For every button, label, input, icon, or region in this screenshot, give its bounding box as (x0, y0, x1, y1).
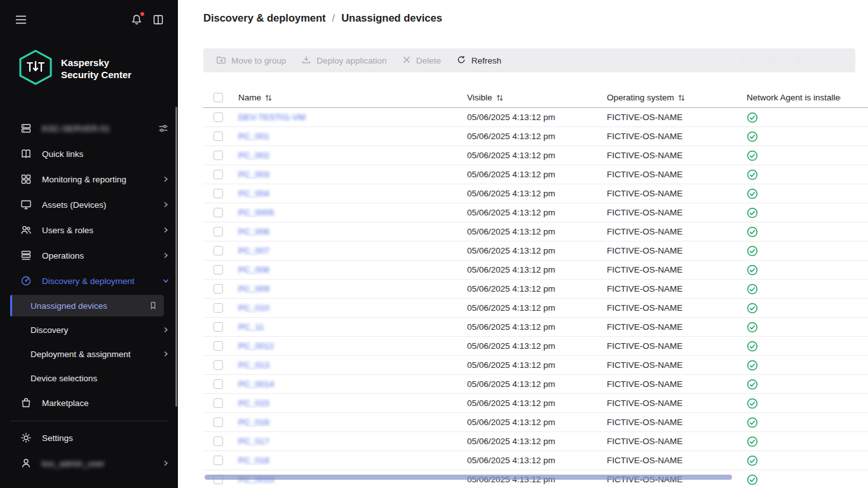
sort-icon[interactable] (678, 94, 685, 102)
table-row[interactable]: PC_0005 05/06/2025 4:13:12 pm FICTIVE-OS… (203, 203, 868, 222)
device-name-link[interactable]: PC_007 (238, 246, 269, 255)
delete-button[interactable]: Delete (395, 48, 449, 72)
sort-icon[interactable] (265, 94, 272, 102)
brand: Kaspersky Security Center (19, 50, 178, 88)
table-row[interactable]: PC_018 05/06/2025 4:13:12 pm FICTIVE-OS-… (203, 451, 868, 470)
device-name-link[interactable]: PC_009 (238, 284, 269, 294)
sidebar-subitem-device-selections[interactable]: Device selections (0, 366, 178, 390)
table-row[interactable]: PC_0014 05/06/2025 4:13:12 pm FICTIVE-OS… (203, 375, 868, 394)
device-name-link[interactable]: PC_0012 (238, 341, 274, 351)
filter-funnel-icon[interactable] (792, 55, 803, 66)
sidebar-item-marketplace[interactable]: Marketplace (0, 390, 178, 416)
device-name-link[interactable]: PC_013 (238, 360, 269, 370)
table-row[interactable]: PC_0012 05/06/2025 4:13:12 pm FICTIVE-OS… (203, 337, 868, 356)
row-checkbox[interactable] (214, 265, 223, 274)
sidebar-item-quick-links[interactable]: Quick links (0, 141, 178, 166)
device-name-link[interactable]: PC_002 (238, 151, 269, 160)
column-header-network-agent[interactable]: Network Agent is installed (737, 93, 868, 102)
table-row[interactable]: PC_015 05/06/2025 4:13:12 pm FICTIVE-OS-… (203, 394, 868, 413)
device-name-link[interactable]: PC_016 (238, 417, 269, 427)
table-row[interactable]: PC_11 05/06/2025 4:13:12 pm FICTIVE-OS-N… (203, 318, 868, 337)
table-row[interactable]: PC_009 05/06/2025 4:13:12 pm FICTIVE-OS-… (203, 280, 868, 299)
sidebar-subitem-deployment-assignment[interactable]: Deployment & assignment (0, 342, 178, 366)
sidebar-subitem-discovery[interactable]: Discovery (0, 318, 178, 342)
device-name-link[interactable]: PC_006 (238, 227, 269, 236)
row-checkbox[interactable] (214, 112, 223, 122)
sidebar-item-discovery-deployment[interactable]: Discovery & deployment (0, 268, 178, 294)
sidebar-item-monitoring[interactable]: Monitoring & reporting (0, 166, 178, 192)
sidebar-scrollbar[interactable] (175, 107, 177, 407)
sidebar-item-users-roles[interactable]: Users & roles (0, 217, 178, 243)
column-header-name[interactable]: Name (229, 93, 458, 102)
refresh-button[interactable]: Refresh (449, 48, 509, 72)
row-checkbox[interactable] (214, 303, 223, 313)
row-checkbox[interactable] (214, 456, 223, 465)
table-settings-gear-icon[interactable] (766, 55, 777, 66)
device-name-link[interactable]: PC_008 (238, 265, 269, 274)
table-row[interactable]: PC_003 05/06/2025 4:13:12 pm FICTIVE-OS-… (203, 165, 868, 184)
device-name-link[interactable]: DEV-TEST01-VM (238, 112, 306, 122)
sidebar-item-account[interactable]: ksc_admin_user (0, 451, 178, 476)
side-panel-icon[interactable] (153, 14, 164, 25)
sidebar-item-assets[interactable]: Assets (Devices) (0, 192, 178, 217)
device-name-link[interactable]: PC_11 (238, 322, 264, 332)
horizontal-scrollbar[interactable] (205, 475, 732, 480)
device-name-link[interactable]: PC_0014 (238, 379, 274, 389)
table-row[interactable]: PC_004 05/06/2025 4:13:12 pm FICTIVE-OS-… (203, 184, 868, 203)
row-checkbox[interactable] (214, 322, 223, 332)
move-to-group-icon (216, 55, 226, 67)
device-name-link[interactable]: PC_003 (238, 170, 269, 179)
table-row[interactable]: PC_017 05/06/2025 4:13:12 pm FICTIVE-OS-… (203, 432, 868, 451)
row-checkbox[interactable] (214, 437, 223, 446)
os-cell: FICTIVE-OS-NAME (597, 456, 737, 465)
select-all-checkbox[interactable] (214, 93, 223, 102)
breadcrumb-parent[interactable]: Discovery & deployment (203, 12, 326, 24)
row-checkbox[interactable] (214, 132, 223, 141)
column-header-os[interactable]: Operating system (597, 93, 737, 102)
sidebar-subitem-unassigned-devices[interactable]: Unassigned devices (10, 295, 164, 316)
device-name-link[interactable]: PC_015 (238, 398, 269, 408)
table-row[interactable]: PC_010 05/06/2025 4:13:12 pm FICTIVE-OS-… (203, 299, 868, 318)
row-checkbox[interactable] (214, 398, 223, 408)
row-checkbox[interactable] (214, 341, 223, 351)
device-name-link[interactable]: PC_001 (238, 132, 269, 141)
table-row[interactable]: PC_007 05/06/2025 4:13:12 pm FICTIVE-OS-… (203, 241, 868, 261)
server-settings-sliders-icon[interactable] (158, 123, 169, 134)
bookmark-icon[interactable] (149, 301, 158, 310)
sort-icon[interactable] (496, 94, 503, 102)
search-icon[interactable] (740, 55, 751, 66)
sidebar-item-operations[interactable]: Operations (0, 243, 178, 268)
name-cell: PC_11 (229, 322, 458, 332)
move-to-group-button[interactable]: Move to group (208, 48, 294, 72)
row-checkbox[interactable] (214, 284, 223, 294)
more-ellipsis-icon[interactable] (818, 55, 830, 66)
table-row[interactable]: PC_001 05/06/2025 4:13:12 pm FICTIVE-OS-… (203, 127, 868, 146)
notifications-bell-icon[interactable] (131, 14, 142, 25)
table-row[interactable]: PC_006 05/06/2025 4:13:12 pm FICTIVE-OS-… (203, 222, 868, 241)
table-row[interactable]: PC_016 05/06/2025 4:13:12 pm FICTIVE-OS-… (203, 413, 868, 432)
device-name-link[interactable]: PC_0005 (238, 208, 274, 217)
row-checkbox[interactable] (214, 360, 223, 370)
device-name-link[interactable]: PC_004 (238, 189, 269, 198)
device-name-link[interactable]: PC_018 (238, 456, 269, 465)
row-checkbox[interactable] (214, 170, 223, 179)
os-cell: FICTIVE-OS-NAME (597, 265, 737, 274)
sidebar-item-settings[interactable]: Settings (0, 425, 178, 451)
row-checkbox[interactable] (214, 417, 223, 427)
column-header-visible[interactable]: Visible (458, 93, 597, 102)
table-row[interactable]: PC_002 05/06/2025 4:13:12 pm FICTIVE-OS-… (203, 146, 868, 165)
hamburger-menu-icon[interactable] (15, 15, 27, 24)
table-row[interactable]: DEV-TEST01-VM 05/06/2025 4:13:12 pm FICT… (203, 108, 868, 127)
row-checkbox[interactable] (214, 379, 223, 389)
deploy-application-button[interactable]: Deploy application (294, 48, 394, 72)
row-checkbox[interactable] (214, 246, 223, 255)
row-checkbox[interactable] (214, 189, 223, 198)
row-checkbox[interactable] (214, 151, 223, 160)
row-checkbox[interactable] (214, 208, 223, 217)
row-checkbox[interactable] (214, 227, 223, 236)
table-row[interactable]: PC_008 05/06/2025 4:13:12 pm FICTIVE-OS-… (203, 261, 868, 280)
device-name-link[interactable]: PC_017 (238, 437, 269, 446)
table-row[interactable]: PC_013 05/06/2025 4:13:12 pm FICTIVE-OS-… (203, 356, 868, 375)
device-name-link[interactable]: PC_010 (238, 303, 269, 313)
sidebar-item-admin-server[interactable]: KSC-SERVER-01 (0, 116, 178, 141)
